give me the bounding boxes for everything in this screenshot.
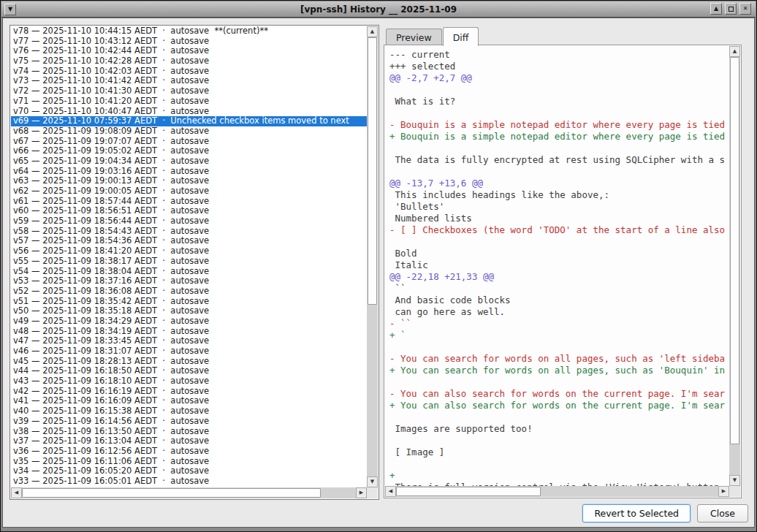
version-row[interactable]: v73 — 2025-11-10 10:41:42 AEDT · autosav… bbox=[11, 76, 367, 86]
diff-vertical-scroll-thumb[interactable] bbox=[730, 57, 739, 444]
version-row[interactable]: v55 — 2025-11-09 18:38:17 AEDT · autosav… bbox=[11, 256, 367, 267]
version-row[interactable]: v68 — 2025-11-09 19:08:09 AEDT · autosav… bbox=[11, 126, 367, 137]
version-row[interactable]: v56 — 2025-11-09 18:41:20 AEDT · autosav… bbox=[11, 246, 367, 256]
version-row[interactable]: v57 — 2025-11-09 18:54:36 AEDT · autosav… bbox=[11, 236, 367, 246]
diff-line: - Bouquin is a simple notepad editor whe… bbox=[389, 119, 729, 131]
version-row[interactable]: v46 — 2025-11-09 18:31:07 AEDT · autosav… bbox=[11, 346, 367, 357]
version-listbox[interactable]: v78 — 2025-11-10 10:44:15 AEDT · autosav… bbox=[11, 26, 367, 487]
version-row[interactable]: v60 — 2025-11-09 18:56:51 AEDT · autosav… bbox=[11, 206, 367, 216]
scroll-down-arrow-icon[interactable]: ▼ bbox=[367, 476, 378, 487]
diff-line bbox=[389, 166, 729, 178]
version-row[interactable]: v77 — 2025-11-10 10:43:12 AEDT · autosav… bbox=[11, 37, 367, 47]
diff-text-area[interactable]: --- current+++ selected@@ -2,7 +2,7 @@ W… bbox=[385, 46, 729, 486]
diff-scroll-down-arrow-icon[interactable]: ▼ bbox=[729, 475, 740, 486]
version-row[interactable]: v63 — 2025-11-09 19:00:13 AEDT · autosav… bbox=[11, 176, 367, 186]
list-vertical-scrollbar[interactable]: ▲ ▼ bbox=[367, 26, 378, 487]
scroll-up-arrow-icon[interactable]: ▲ bbox=[367, 26, 378, 37]
diff-line: can go here as well. bbox=[389, 306, 729, 318]
diff-scroll-right-arrow-icon[interactable]: ▶ bbox=[718, 486, 729, 497]
version-row[interactable]: v37 — 2025-11-09 16:13:04 AEDT · autosav… bbox=[11, 436, 367, 446]
version-row[interactable]: v41 — 2025-11-09 16:16:09 AEDT · autosav… bbox=[11, 396, 367, 406]
diff-horizontal-scroll-thumb[interactable] bbox=[396, 487, 541, 496]
scroll-left-arrow-icon[interactable]: ◀ bbox=[11, 487, 22, 498]
version-row[interactable]: v39 — 2025-11-09 16:14:56 AEDT · autosav… bbox=[11, 417, 367, 427]
diff-line bbox=[389, 236, 729, 248]
version-row[interactable]: v67 — 2025-11-09 19:07:07 AEDT · autosav… bbox=[11, 137, 367, 147]
diff-vertical-scrollbar[interactable]: ▲ ▼ bbox=[729, 46, 740, 486]
version-row[interactable]: v38 — 2025-11-09 16:13:50 AEDT · autosav… bbox=[11, 427, 367, 437]
version-row[interactable]: v34 — 2025-11-09 16:05:20 AEDT · autosav… bbox=[11, 466, 367, 476]
version-row[interactable]: v42 — 2025-11-09 16:16:19 AEDT · autosav… bbox=[11, 387, 367, 397]
version-list-pane: v78 — 2025-11-10 10:44:15 AEDT · autosav… bbox=[9, 25, 379, 500]
diff-line: + ` bbox=[389, 330, 729, 341]
window-maximize-button[interactable] bbox=[725, 3, 737, 15]
close-button[interactable]: Close bbox=[697, 504, 748, 522]
diff-line: - [ ] Checkboxes (the word 'TODO' at the… bbox=[389, 224, 729, 236]
version-row[interactable]: v59 — 2025-11-09 18:56:44 AEDT · autosav… bbox=[11, 216, 367, 227]
version-row[interactable]: v66 — 2025-11-09 19:05:02 AEDT · autosav… bbox=[11, 146, 367, 156]
version-row[interactable]: v44 — 2025-11-09 16:18:50 AEDT · autosav… bbox=[11, 366, 367, 376]
version-row[interactable]: v45 — 2025-11-09 18:28:13 AEDT · autosav… bbox=[11, 357, 367, 367]
app-window: ▼ [vpn-ssh] History __ 2025-11-09 ▲ ✕ v7… bbox=[0, 0, 757, 532]
version-row[interactable]: v43 — 2025-11-09 16:18:10 AEDT · autosav… bbox=[11, 376, 367, 387]
diff-line: @@ -2,7 +2,7 @@ bbox=[389, 72, 729, 84]
diff-line: + You can also search for words on the c… bbox=[389, 400, 729, 411]
version-row[interactable]: v40 — 2025-11-09 16:15:38 AEDT · autosav… bbox=[11, 406, 367, 417]
diff-horizontal-scrollbar[interactable]: ◀ ▶ bbox=[385, 486, 729, 497]
version-row[interactable]: v47 — 2025-11-09 18:33:45 AEDT · autosav… bbox=[11, 336, 367, 346]
version-row[interactable]: v53 — 2025-11-09 18:37:16 AEDT · autosav… bbox=[11, 276, 367, 286]
tab-preview[interactable]: Preview bbox=[386, 28, 442, 45]
diff-line: Images are supported too! bbox=[389, 423, 729, 435]
diff-scroll-up-arrow-icon[interactable]: ▲ bbox=[729, 46, 740, 57]
list-vertical-scroll-thumb[interactable] bbox=[368, 37, 377, 305]
version-row[interactable]: v69 — 2025-11-10 07:59:37 AEDT · Uncheck… bbox=[11, 116, 367, 126]
version-row[interactable]: v65 — 2025-11-09 19:04:34 AEDT · autosav… bbox=[11, 156, 367, 167]
window-close-button[interactable]: ✕ bbox=[739, 3, 751, 15]
version-row[interactable]: v49 — 2025-11-09 18:34:29 AEDT · autosav… bbox=[11, 316, 367, 327]
diff-line: [ Image ] bbox=[389, 446, 729, 458]
version-row[interactable]: v58 — 2025-11-09 18:54:43 AEDT · autosav… bbox=[11, 227, 367, 237]
diff-line bbox=[389, 435, 729, 446]
tab-diff[interactable]: Diff bbox=[443, 27, 479, 46]
diff-line: Italic bbox=[389, 259, 729, 271]
version-row[interactable]: v72 — 2025-11-10 10:41:30 AEDT · autosav… bbox=[11, 86, 367, 96]
titlebar[interactable]: ▼ [vpn-ssh] History __ 2025-11-09 ▲ ✕ bbox=[1, 1, 756, 18]
scroll-right-arrow-icon[interactable]: ▶ bbox=[356, 487, 367, 498]
version-row[interactable]: v36 — 2025-11-09 16:12:56 AEDT · autosav… bbox=[11, 446, 367, 457]
version-row[interactable]: v75 — 2025-11-10 10:42:28 AEDT · autosav… bbox=[11, 56, 367, 66]
version-row[interactable]: v52 — 2025-11-09 18:36:08 AEDT · autosav… bbox=[11, 286, 367, 297]
window-shade-button[interactable]: ▲ bbox=[710, 3, 722, 15]
diff-line bbox=[389, 376, 729, 388]
version-row[interactable]: v70 — 2025-11-10 10:40:47 AEDT · autosav… bbox=[11, 107, 367, 117]
diff-line bbox=[389, 107, 729, 119]
diff-line: `` bbox=[389, 283, 729, 294]
diff-line bbox=[389, 458, 729, 470]
version-row[interactable]: v64 — 2025-11-09 19:03:16 AEDT · autosav… bbox=[11, 167, 367, 177]
version-row[interactable]: v74 — 2025-11-10 10:42:03 AEDT · autosav… bbox=[11, 66, 367, 77]
window-menu-button[interactable]: ▼ bbox=[4, 4, 16, 15]
version-row[interactable]: v61 — 2025-11-09 18:57:44 AEDT · autosav… bbox=[11, 197, 367, 207]
list-horizontal-scroll-thumb[interactable] bbox=[22, 488, 321, 498]
footer-button-bar: Revert to Selected Close bbox=[582, 504, 748, 522]
diff-line: + Bouquin is a simple notepad editor whe… bbox=[389, 131, 729, 142]
version-row[interactable]: v50 — 2025-11-09 18:35:18 AEDT · autosav… bbox=[11, 306, 367, 316]
version-row[interactable]: v71 — 2025-11-10 10:41:20 AEDT · autosav… bbox=[11, 96, 367, 107]
version-row[interactable]: v62 — 2025-11-09 19:00:05 AEDT · autosav… bbox=[11, 186, 367, 197]
version-row[interactable]: v35 — 2025-11-09 16:11:06 AEDT · autosav… bbox=[11, 457, 367, 467]
version-row[interactable]: v33 — 2025-11-09 16:05:01 AEDT · autosav… bbox=[11, 476, 367, 487]
diff-line: This includes headings like the above,: bbox=[389, 189, 729, 201]
diff-line: The data is fully encrypted at rest usin… bbox=[389, 154, 729, 166]
version-row[interactable]: v48 — 2025-11-09 18:34:19 AEDT · autosav… bbox=[11, 327, 367, 337]
window-title: [vpn-ssh] History __ 2025-11-09 bbox=[1, 4, 756, 15]
version-row[interactable]: v76 — 2025-11-10 10:42:44 AEDT · autosav… bbox=[11, 46, 367, 56]
diff-line: And basic code blocks bbox=[389, 294, 729, 306]
revert-to-selected-button[interactable]: Revert to Selected bbox=[582, 504, 691, 522]
version-row[interactable]: v78 — 2025-11-10 10:44:15 AEDT · autosav… bbox=[11, 26, 367, 37]
diff-scrollbar-corner bbox=[729, 486, 740, 497]
version-row[interactable]: v54 — 2025-11-09 18:38:04 AEDT · autosav… bbox=[11, 267, 367, 277]
diff-line bbox=[389, 84, 729, 96]
diff-scroll-left-arrow-icon[interactable]: ◀ bbox=[385, 486, 396, 497]
list-horizontal-scrollbar[interactable]: ◀ ▶ bbox=[11, 487, 367, 498]
version-row[interactable]: v51 — 2025-11-09 18:35:42 AEDT · autosav… bbox=[11, 297, 367, 307]
diff-line: - You can also search for words on the c… bbox=[389, 388, 729, 400]
